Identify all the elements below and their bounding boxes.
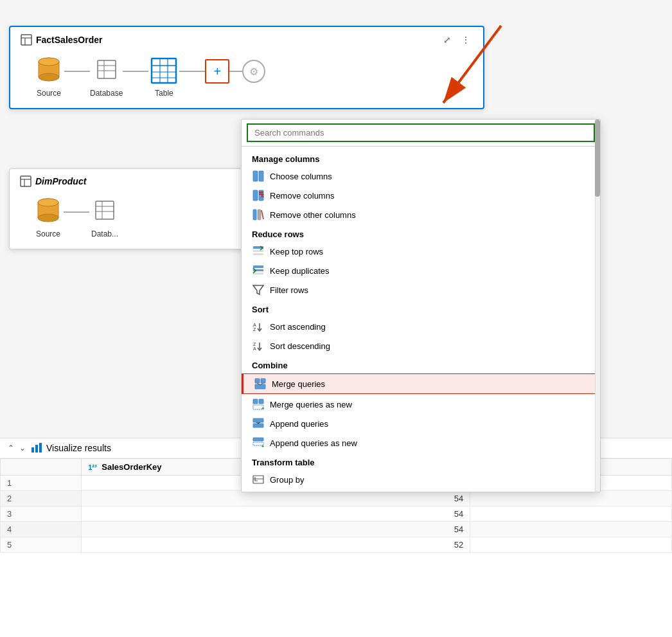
svg-point-5 — [39, 73, 59, 81]
remove-columns-icon: ✕ — [252, 189, 265, 202]
column-type-icon: 1²³ — [88, 463, 96, 471]
svg-rect-76 — [39, 443, 42, 453]
scrollbar-thumb[interactable] — [595, 120, 600, 197]
append-queries-new-label: Append queries as new — [270, 438, 357, 448]
keep-duplicates-item[interactable]: Keep duplicates — [242, 261, 600, 280]
svg-rect-13 — [152, 58, 176, 83]
row-4-key: 54 — [82, 522, 470, 537]
svg-rect-74 — [31, 447, 34, 453]
fact-pipeline: Source Database — [21, 53, 473, 100]
visualize-results-label: Visualize results — [46, 443, 111, 453]
choose-columns-label: Choose columns — [270, 172, 332, 181]
remove-other-columns-item[interactable]: Remove other columns — [242, 205, 600, 224]
merge-queries-new-icon: + — [252, 398, 265, 411]
dim-pipeline: Source Datab... — [20, 193, 236, 241]
dim-pipeline-step-database: Datab... — [89, 196, 120, 238]
source-step-icon — [33, 55, 64, 86]
choose-columns-icon — [252, 170, 265, 183]
visualize-results-button[interactable]: Visualize results — [31, 442, 111, 454]
dim-product-card: DimProduct Source — [9, 168, 247, 249]
row-num-2: 2 — [1, 491, 82, 507]
source-label: Source — [37, 89, 61, 98]
collapse-up-button[interactable]: ⌃ — [8, 444, 14, 453]
sort-descending-icon: Z A — [252, 339, 265, 352]
svg-rect-62 — [253, 399, 258, 404]
search-input[interactable] — [247, 123, 595, 142]
pipeline-step-source: Source — [33, 55, 64, 98]
append-queries-new-item[interactable]: + Append queries as new — [242, 433, 600, 453]
choose-columns-item[interactable]: Choose columns — [242, 166, 600, 186]
group-by-label: Group by — [270, 475, 304, 485]
svg-text:A: A — [253, 323, 256, 327]
svg-rect-57 — [255, 379, 260, 383]
svg-rect-47 — [253, 265, 263, 268]
more-options-button[interactable]: ⋮ — [459, 33, 473, 46]
col-name-sales-order-key: SalesOrderKey — [102, 462, 161, 472]
database-step-icon — [91, 55, 122, 86]
sort-ascending-item[interactable]: A Z Sort ascending — [242, 317, 600, 336]
sort-ascending-label: Sort ascending — [270, 322, 326, 332]
svg-rect-21 — [21, 176, 31, 186]
collapse-down-button[interactable]: ⌄ — [19, 444, 26, 453]
svg-rect-0 — [21, 35, 31, 45]
svg-point-27 — [38, 199, 58, 206]
append-queries-new-icon: + — [252, 436, 265, 449]
sort-header: Sort — [242, 300, 600, 317]
svg-rect-49 — [253, 273, 263, 274]
scrollbar-track — [595, 120, 600, 492]
svg-text:+: + — [261, 444, 264, 449]
dim-source-label: Source — [36, 229, 60, 238]
keep-top-rows-item[interactable]: Keep top rows — [242, 242, 600, 261]
filter-rows-item[interactable]: Filter rows — [242, 280, 600, 300]
svg-text:Z: Z — [253, 327, 256, 332]
dim-card-title: DimProduct — [20, 175, 86, 187]
commands-dropdown: Manage columns Choose columns ✕ — [241, 119, 601, 492]
bar-chart-icon — [31, 442, 42, 454]
svg-rect-45 — [253, 250, 263, 252]
append-queries-item[interactable]: Append queries — [242, 414, 600, 433]
combine-header: Combine — [242, 355, 600, 373]
svg-rect-66 — [253, 418, 263, 422]
gear-settings-icon[interactable]: ⚙ — [242, 60, 265, 83]
svg-rect-63 — [259, 399, 263, 404]
table-row: 4 54 — [1, 522, 672, 537]
add-step-button[interactable]: + — [205, 59, 229, 84]
svg-point-26 — [38, 214, 58, 222]
filter-rows-label: Filter rows — [270, 285, 308, 295]
merge-queries-item[interactable]: Merge queries — [242, 373, 600, 394]
remove-columns-label: Remove columns — [270, 191, 334, 201]
svg-rect-75 — [35, 445, 38, 453]
keep-duplicates-label: Keep duplicates — [270, 266, 330, 276]
fact-card-title: FactSalesOrder — [21, 34, 103, 46]
sort-descending-item[interactable]: Z A Sort descending — [242, 336, 600, 355]
arrow-2 — [123, 71, 148, 72]
search-container — [242, 120, 600, 147]
group-by-item[interactable]: Group by — [242, 470, 600, 489]
svg-rect-30 — [96, 201, 114, 219]
svg-rect-42 — [258, 210, 261, 220]
svg-text:+: + — [261, 406, 264, 410]
arrow-4 — [229, 71, 242, 72]
remove-columns-item[interactable]: ✕ Remove columns — [242, 186, 600, 205]
reduce-rows-header: Reduce rows — [242, 224, 600, 242]
keep-top-rows-icon — [252, 245, 265, 258]
row-num-4: 4 — [1, 522, 82, 537]
row-num-1: 1 — [1, 476, 82, 491]
merge-queries-new-item[interactable]: + Merge queries as new — [242, 395, 600, 414]
row-5-extra — [470, 537, 672, 553]
svg-text:✕: ✕ — [260, 193, 264, 199]
collapse-button[interactable]: ⤢ — [441, 33, 454, 46]
group-by-icon — [252, 473, 265, 486]
dim-table-icon — [20, 175, 31, 187]
svg-rect-58 — [261, 379, 265, 383]
dim-database-label: Datab... — [91, 229, 118, 238]
row-2-key: 54 — [82, 491, 470, 507]
row-num-3: 3 — [1, 507, 82, 522]
svg-text:Z: Z — [253, 342, 256, 346]
dropdown-content: Manage columns Choose columns ✕ — [242, 147, 600, 492]
dim-arrow-1 — [64, 211, 89, 213]
manage-columns-header: Manage columns — [242, 149, 600, 166]
fact-card-actions: ⤢ ⋮ — [441, 33, 473, 46]
row-2-extra — [470, 491, 672, 507]
merge-queries-icon — [254, 377, 267, 390]
